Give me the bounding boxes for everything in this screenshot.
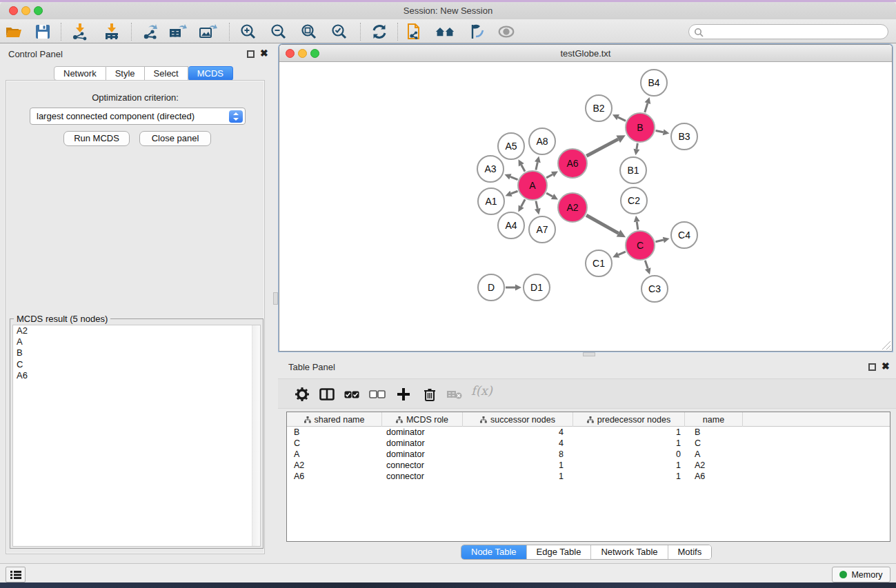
cell-name[interactable]: C [685,438,743,449]
cell-name[interactable]: B [685,427,743,438]
cell-shared-name[interactable]: B [287,427,382,438]
node-A1[interactable]: A1 [477,187,505,215]
toggle-graphics-icon[interactable] [466,22,486,41]
cell-MCDS-role[interactable]: dominator [382,449,463,460]
tab-network[interactable]: Network [54,66,106,81]
import-table-icon[interactable] [102,22,121,41]
tab-select[interactable]: Select [145,66,188,81]
run-mcds-button[interactable]: Run MCDS [63,131,130,146]
network-canvas[interactable]: B4B2BB3A5A8A6B1A3AC2A1A2A4A7C4CC1C3DD1 [279,62,892,351]
zoom-fit-icon[interactable] [299,22,319,41]
cell-MCDS-role[interactable]: connector [382,460,463,471]
cell-predecessor-nodes[interactable]: 1 [573,471,685,482]
mcds-result-list[interactable]: A2ABCA6 [12,325,261,547]
table-row[interactable]: A2connector11A2 [287,460,890,471]
cell-shared-name[interactable]: C [287,438,382,449]
node-B[interactable]: B [625,112,655,143]
table-close-panel-icon[interactable]: ✖ [882,363,890,370]
clear-checkboxes-icon[interactable] [368,385,386,403]
cell-name[interactable]: A [685,449,743,460]
horizontal-splitter-handle[interactable] [583,352,595,356]
cell-shared-name[interactable]: A [287,449,382,460]
export-network-icon[interactable] [141,22,160,41]
select-all-checkboxes-icon[interactable] [343,385,361,403]
cell-predecessor-nodes[interactable]: 1 [573,427,685,438]
cell-successor-nodes[interactable]: 1 [463,460,573,471]
edge-A-A5[interactable] [521,165,525,172]
tab-edge-table[interactable]: Edge Table [527,545,592,560]
close-traffic-light[interactable] [9,6,18,15]
network-close-traffic-light[interactable] [286,49,295,58]
edge-A-A4[interactable] [521,199,526,206]
add-column-icon[interactable] [395,385,412,403]
node-C3[interactable]: C3 [641,275,668,303]
cell-MCDS-role[interactable]: connector [382,471,463,482]
cell-predecessor-nodes[interactable]: 0 [573,449,685,460]
edge-A2-C[interactable] [586,215,619,233]
zoom-out-icon[interactable] [269,22,288,41]
node-C[interactable]: C [625,230,655,261]
tab-node-table[interactable]: Node Table [461,545,527,560]
network-minimize-traffic-light[interactable] [298,49,307,58]
node-B3[interactable]: B3 [670,123,698,150]
node-C4[interactable]: C4 [670,221,698,249]
edge-B-B1[interactable] [637,143,637,150]
export-table-icon[interactable] [168,22,188,41]
open-file-icon[interactable] [4,22,23,41]
close-panel-icon[interactable]: ✖ [260,50,268,57]
delete-table-icon[interactable] [446,385,464,403]
column-header-name[interactable]: name [685,412,743,427]
save-session-icon[interactable] [33,22,52,41]
import-network-icon[interactable] [70,22,90,41]
edge-A-A3[interactable] [510,176,518,179]
node-B4[interactable]: B4 [640,69,668,97]
edge-C-C1[interactable] [618,252,625,255]
column-header-shared-name[interactable]: shared name [287,412,382,427]
column-header-predecessor-nodes[interactable]: predecessor nodes [573,412,685,427]
edge-C-C4[interactable] [655,240,663,242]
zoom-in-icon[interactable] [239,22,258,41]
tab-style[interactable]: Style [106,66,145,81]
node-C2[interactable]: C2 [620,187,648,214]
node-B1[interactable]: B1 [619,156,647,184]
node-A5[interactable]: A5 [497,132,525,160]
edge-A-A8[interactable] [536,162,537,170]
memory-button[interactable]: Memory [832,567,890,582]
optimization-criterion-dropdown[interactable]: largest connected component (directed) [30,108,246,125]
node-A2[interactable]: A2 [557,192,588,223]
edge-B-B4[interactable] [645,103,648,112]
search-input[interactable] [688,24,888,39]
table-float-panel-icon[interactable] [868,363,876,371]
mcds-result-item[interactable]: A2 [13,325,260,336]
edge-C-C2[interactable] [637,222,638,230]
edge-C-C3[interactable] [645,261,648,269]
zoom-traffic-light[interactable] [34,6,43,15]
cell-predecessor-nodes[interactable]: 1 [573,438,685,449]
export-image-icon[interactable] [199,22,218,41]
trash-icon[interactable] [421,385,439,403]
mcds-result-item[interactable]: A [13,336,260,347]
network-window-titlebar[interactable]: testGlobe.txt [279,45,892,62]
cell-shared-name[interactable]: A2 [287,460,382,471]
table-row[interactable]: Cdominator41C [287,438,890,449]
mcds-result-item[interactable]: B [13,347,260,358]
edge-B-B2[interactable] [618,117,626,121]
refresh-icon[interactable] [370,22,389,41]
function-builder-icon[interactable]: f(x) [471,383,492,398]
cell-successor-nodes[interactable]: 1 [463,471,573,482]
node-table[interactable]: shared nameMCDS rolesuccessor nodesprede… [286,412,890,542]
new-network-file-icon[interactable] [406,22,425,41]
float-panel-icon[interactable] [247,50,255,58]
cell-successor-nodes[interactable]: 8 [463,449,573,460]
edge-A-A6[interactable] [546,174,552,178]
vertical-splitter-handle[interactable] [273,292,278,305]
home-pair-icon[interactable] [435,22,455,41]
node-A7[interactable]: A7 [528,216,556,243]
edge-A-A2[interactable] [546,193,552,196]
node-A3[interactable]: A3 [477,155,504,183]
node-D[interactable]: D [477,274,505,301]
edge-A-A7[interactable] [536,201,537,208]
dropdown-stepper-icon[interactable] [229,110,243,123]
cell-predecessor-nodes[interactable]: 1 [573,460,685,471]
node-A4[interactable]: A4 [497,212,525,239]
